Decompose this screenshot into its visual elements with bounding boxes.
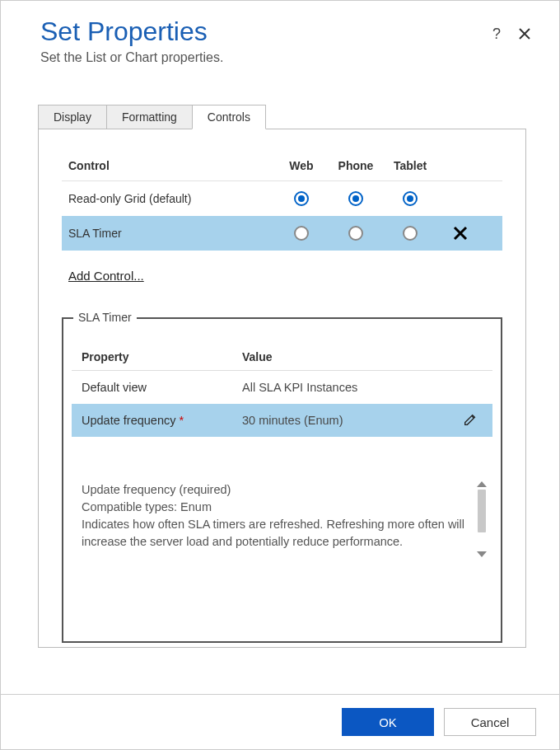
set-properties-dialog: Set Properties Set the List or Chart pro…	[1, 1, 559, 749]
property-name: Update frequency *	[82, 414, 242, 427]
control-name: Read-only Grid (default)	[68, 192, 274, 205]
control-row-sla-timer[interactable]: SLA Timer	[62, 216, 502, 251]
property-table-header: Property Value	[72, 344, 492, 371]
cancel-button[interactable]: Cancel	[444, 708, 536, 736]
property-description-area: Update frequency (required) Compatible t…	[72, 481, 492, 557]
property-row-default-view[interactable]: Default view All SLA KPI Instances	[72, 371, 492, 404]
header-icons: ?	[488, 26, 533, 42]
remove-control-icon[interactable]	[437, 226, 483, 241]
tab-strip: Display Formatting Controls	[38, 105, 526, 129]
tab-display[interactable]: Display	[38, 105, 107, 129]
col-value: Value	[242, 350, 450, 363]
col-web: Web	[274, 159, 329, 172]
col-property: Property	[82, 350, 242, 363]
col-control: Control	[68, 159, 274, 172]
dialog-footer: OK Cancel	[1, 694, 559, 749]
dialog-header: Set Properties Set the List or Chart pro…	[1, 1, 559, 65]
dialog-body: Display Formatting Controls Control Web …	[1, 65, 559, 694]
close-icon[interactable]	[516, 26, 533, 42]
tab-panel-controls: Control Web Phone Tablet Read-only Grid …	[38, 129, 526, 648]
property-value: All SLA KPI Instances	[242, 381, 450, 394]
description-scrollbar[interactable]	[474, 481, 489, 557]
help-icon[interactable]: ?	[488, 26, 505, 42]
control-row-readonly-grid[interactable]: Read-only Grid (default)	[62, 181, 502, 216]
dialog-title: Set Properties	[40, 16, 528, 47]
radio-tablet[interactable]	[403, 226, 418, 241]
radio-tablet[interactable]	[403, 191, 418, 206]
control-name: SLA Timer	[68, 227, 274, 240]
property-value: 30 minutes (Enum)	[242, 414, 450, 427]
radio-web[interactable]	[294, 226, 309, 241]
scroll-up-icon[interactable]	[477, 481, 487, 487]
col-phone: Phone	[329, 159, 383, 172]
scroll-down-icon[interactable]	[477, 551, 487, 557]
radio-phone[interactable]	[348, 226, 363, 241]
fieldset-legend: SLA Timer	[73, 311, 137, 324]
required-star-icon: *	[175, 414, 184, 427]
property-row-update-frequency[interactable]: Update frequency * 30 minutes (Enum)	[72, 404, 492, 437]
tab-formatting[interactable]: Formatting	[106, 105, 193, 129]
controls-table-header: Control Web Phone Tablet	[62, 156, 502, 181]
dialog-subtitle: Set the List or Chart properties.	[40, 50, 528, 65]
scroll-thumb[interactable]	[478, 490, 486, 532]
sla-timer-fieldset: SLA Timer Property Value Default view Al…	[62, 317, 502, 643]
col-tablet: Tablet	[383, 159, 437, 172]
radio-web[interactable]	[294, 191, 309, 206]
controls-table: Control Web Phone Tablet Read-only Grid …	[62, 156, 502, 251]
add-control-link[interactable]: Add Control...	[68, 269, 144, 283]
ok-button[interactable]: OK	[342, 708, 434, 736]
radio-phone[interactable]	[348, 191, 363, 206]
property-name: Default view	[82, 381, 242, 394]
tab-controls[interactable]: Controls	[192, 105, 266, 129]
property-description: Update frequency (required) Compatible t…	[82, 481, 474, 557]
edit-icon[interactable]	[463, 412, 478, 429]
